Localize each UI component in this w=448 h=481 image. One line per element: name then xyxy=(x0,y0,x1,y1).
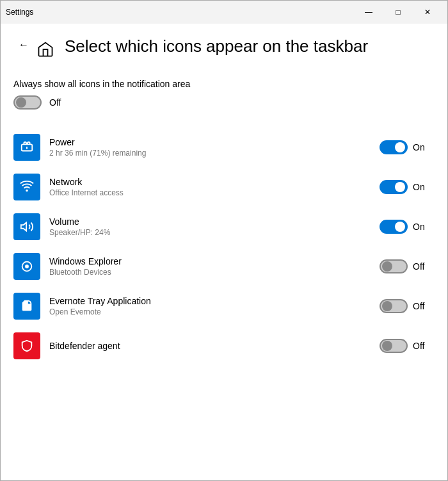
windows-explorer-toggle-thumb xyxy=(382,261,392,272)
always-show-toggle[interactable] xyxy=(13,95,42,110)
windows-explorer-icon-badge xyxy=(13,253,40,280)
volume-name: Volume xyxy=(49,216,380,227)
list-item: Evernote Tray Application Open Evernote … xyxy=(13,286,428,326)
network-toggle-label: On xyxy=(413,182,428,192)
always-show-label: Always show all icons in the notificatio… xyxy=(13,79,428,89)
list-item: Bitdefender agent Off xyxy=(13,326,428,366)
network-toggle-thumb xyxy=(395,182,405,192)
svg-point-2 xyxy=(26,190,28,192)
power-toggle[interactable] xyxy=(380,140,408,154)
home-icon xyxy=(36,40,54,61)
bitdefender-name: Bitdefender agent xyxy=(49,341,380,351)
page-title: Select which icons appear on the taskbar xyxy=(65,37,368,56)
power-toggle-row: On xyxy=(380,140,428,154)
bitdefender-icon-badge xyxy=(13,332,40,359)
evernote-icon-badge xyxy=(13,293,40,320)
power-name: Power xyxy=(49,137,380,147)
evernote-desc: Open Evernote xyxy=(49,307,380,316)
svg-marker-3 xyxy=(21,223,26,231)
heading-row: Select which icons appear on the taskbar xyxy=(36,37,368,61)
network-info: Network Office Internet access xyxy=(49,177,380,197)
power-desc: 2 hr 36 min (71%) remaining xyxy=(49,149,380,158)
windows-explorer-toggle-label: Off xyxy=(413,261,428,272)
always-show-toggle-label: Off xyxy=(49,97,61,108)
evernote-info: Evernote Tray Application Open Evernote xyxy=(49,296,380,316)
evernote-toggle-thumb xyxy=(382,301,392,311)
evernote-toggle-label: Off xyxy=(413,301,428,311)
power-toggle-thumb xyxy=(395,142,405,152)
list-item: Network Office Internet access On xyxy=(13,167,428,207)
volume-toggle-label: On xyxy=(413,222,428,232)
bitdefender-toggle-label: Off xyxy=(413,341,428,351)
network-icon-badge xyxy=(13,174,40,200)
windows-explorer-toggle[interactable] xyxy=(380,259,408,273)
volume-info: Volume Speaker/HP: 24% xyxy=(49,216,380,237)
network-name: Network xyxy=(49,177,380,187)
windows-explorer-desc: Bluetooth Devices xyxy=(49,268,380,277)
network-desc: Office Internet access xyxy=(49,188,380,197)
windows-explorer-info: Windows Explorer Bluetooth Devices xyxy=(49,256,380,277)
svg-point-5 xyxy=(25,265,29,268)
back-button[interactable]: ← xyxy=(13,37,34,53)
always-show-toggle-row: Off xyxy=(13,95,428,110)
volume-toggle[interactable] xyxy=(380,220,408,234)
bitdefender-info: Bitdefender agent xyxy=(49,341,380,351)
evernote-toggle-row: Off xyxy=(380,299,428,313)
icon-items-list: Power 2 hr 36 min (71%) remaining On Net… xyxy=(13,127,428,366)
power-info: Power 2 hr 36 min (71%) remaining xyxy=(49,137,380,158)
title-bar: Settings — □ ✕ xyxy=(1,1,447,24)
evernote-toggle[interactable] xyxy=(380,299,408,313)
title-bar-title: Settings xyxy=(6,8,33,17)
power-toggle-label: On xyxy=(413,142,428,152)
always-show-toggle-thumb xyxy=(16,97,26,108)
bitdefender-toggle[interactable] xyxy=(380,339,408,353)
list-item: Volume Speaker/HP: 24% On xyxy=(13,207,428,247)
network-toggle[interactable] xyxy=(380,180,408,194)
maximize-button[interactable]: □ xyxy=(383,2,413,22)
bitdefender-toggle-row: Off xyxy=(380,339,428,353)
evernote-name: Evernote Tray Application xyxy=(49,296,380,306)
main-content: ← Select which icons appear on the taskb… xyxy=(1,24,447,481)
windows-explorer-name: Windows Explorer xyxy=(49,256,380,266)
title-bar-left: Settings xyxy=(6,8,33,17)
power-icon-badge xyxy=(13,134,40,161)
volume-icon-badge xyxy=(13,213,40,240)
volume-toggle-row: On xyxy=(380,220,428,234)
network-toggle-row: On xyxy=(380,180,428,194)
list-item: Windows Explorer Bluetooth Devices Off xyxy=(13,247,428,286)
list-item: Power 2 hr 36 min (71%) remaining On xyxy=(13,127,428,167)
close-button[interactable]: ✕ xyxy=(413,2,442,22)
volume-toggle-thumb xyxy=(395,222,405,232)
volume-desc: Speaker/HP: 24% xyxy=(49,228,380,237)
title-bar-controls: — □ ✕ xyxy=(354,2,442,22)
minimize-button[interactable]: — xyxy=(354,2,383,22)
windows-explorer-toggle-row: Off xyxy=(380,259,428,273)
bitdefender-toggle-thumb xyxy=(382,341,392,351)
